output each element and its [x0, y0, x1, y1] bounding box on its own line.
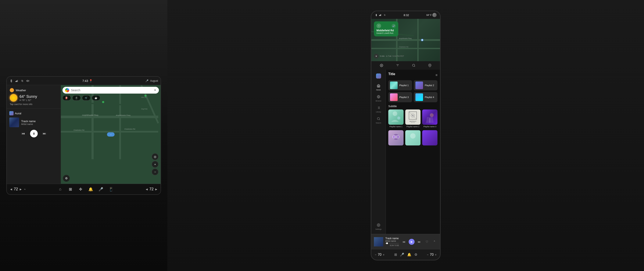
shopping-button[interactable]: 🛒: [82, 95, 90, 101]
sidebar-item-search[interactable]: Search: [371, 115, 386, 126]
home-nav-button[interactable]: ⌂: [57, 186, 63, 192]
now-playing-info: Track name Artist name: [9, 117, 58, 127]
weather-card[interactable]: Weather 64° Sunny H 78° L 52° Tap card f…: [7, 85, 61, 109]
np-next-button[interactable]: ⏭: [416, 239, 422, 245]
album-art-inner: [9, 117, 19, 127]
home-sidebar-label: Home: [376, 89, 381, 91]
now-playing-bar: Track name Artist name 0:24 / 3:32 ⏮ ▶ ⏭…: [371, 234, 440, 249]
phone-temp-val-right: 70: [430, 253, 434, 257]
playlist-card-5[interactable]: [405, 130, 420, 145]
np-track-name: Track name: [385, 237, 399, 240]
temp-up-right-button[interactable]: ▶: [155, 188, 157, 191]
phone-status-icons: [375, 13, 386, 16]
phone-temp-down-right[interactable]: −: [427, 253, 428, 257]
svg-point-30: [384, 14, 385, 15]
search-categories: ⛽ 🍴 🛒 ☕: [62, 95, 159, 101]
pause-button[interactable]: ⏸: [30, 130, 38, 137]
phone-temp-up-right[interactable]: +: [435, 253, 436, 257]
svg-point-69: [412, 115, 414, 117]
playlist-3-thumb: [390, 93, 398, 101]
zoom-in-button[interactable]: +: [152, 161, 158, 168]
nav-settings-icon[interactable]: [378, 62, 384, 68]
nav-close-button[interactable]: ✕: [374, 54, 378, 58]
gas-station-button[interactable]: ⛽: [62, 95, 71, 101]
search-input-row[interactable]: Search ▼: [62, 87, 159, 94]
direction-arrow-icon: ↑: [376, 23, 381, 28]
app-sidebar: Home Browse: [371, 70, 386, 234]
np-play-button[interactable]: ▶: [409, 239, 414, 245]
np-prev-button[interactable]: ⏮: [401, 239, 407, 245]
music-app-header: Aural: [9, 111, 58, 115]
np-album-art: [374, 237, 383, 247]
phone-apps-icon[interactable]: ⊞: [394, 253, 397, 257]
notifications-nav-button[interactable]: 🔔: [88, 186, 94, 192]
playlist-cards-row1: Playlist name 1: [388, 109, 438, 128]
temp-down-right-button[interactable]: ◀: [146, 188, 148, 191]
home-sidebar-icon: [377, 84, 380, 88]
svg-rect-0: [16, 81, 16, 82]
phone-settings-icon[interactable]: ⚙: [414, 253, 417, 257]
nav-location-icon[interactable]: [427, 62, 433, 68]
svg-line-16: [61, 102, 158, 106]
brightness-icon: [20, 79, 24, 83]
playlist-card-6[interactable]: [422, 130, 438, 145]
nav-audio-icon: 🔊: [392, 24, 396, 28]
map-area[interactable]: Amphitheatre Pkwy Amphitheatre Pkwy Char…: [61, 85, 160, 184]
sidebar-item-library[interactable]: Library: [371, 104, 386, 115]
prev-button[interactable]: ⏮: [20, 130, 27, 137]
map-settings-button[interactable]: ⚙: [63, 175, 70, 182]
playlist-4-name: Playlist 4: [425, 96, 434, 98]
svg-point-45: [422, 39, 423, 41]
phone-temp-up-left[interactable]: +: [383, 253, 384, 257]
left-sidebar: Weather 64° Sunny H 78° L 52° Tap card f…: [7, 85, 61, 184]
next-button[interactable]: ⏭: [41, 130, 48, 137]
status-right: 🎤 August: [145, 79, 158, 82]
svg-point-65: [397, 116, 400, 119]
np-album-inner: [374, 237, 383, 247]
playlist-card-4[interactable]: [388, 130, 404, 145]
temp-down-left-button[interactable]: ◀: [10, 188, 12, 191]
phone-mic-icon[interactable]: 🎤: [400, 253, 404, 257]
apps-nav-button[interactable]: ⊞: [67, 186, 73, 192]
playlist-card-1[interactable]: Playlist name 1: [388, 109, 404, 128]
playlist-options-icon[interactable]: ≡: [436, 73, 438, 77]
playlist-card-3-name: Playlist name 3: [422, 126, 438, 128]
phone-nav-button[interactable]: 📱: [108, 186, 114, 192]
svg-text:Amphitheatre Pkwy: Amphitheatre Pkwy: [116, 114, 130, 116]
np-heart-button[interactable]: ♡: [424, 239, 430, 245]
nav-filter-icon[interactable]: [395, 62, 400, 68]
playlist-item-3[interactable]: Playlist 3: [388, 92, 412, 102]
playlist-item-2[interactable]: Playlist 2: [414, 80, 438, 90]
sidebar-item-settings[interactable]: Settings: [371, 222, 386, 232]
playlist-cards-row2: [388, 130, 438, 145]
phone-signal-icon: [379, 13, 382, 16]
playlist-card-2[interactable]: ABSTRACT DESIGN Playlist name 2: [405, 109, 420, 128]
svg-point-25: [102, 101, 104, 103]
cafe-button[interactable]: ☕: [92, 95, 100, 101]
left-panel: 7:43 📍 🎤 August Weather: [0, 0, 167, 271]
zoom-out-button[interactable]: −: [152, 169, 158, 175]
recenter-button[interactable]: ◎: [152, 153, 158, 160]
playlist-item-1[interactable]: Playlist 1: [388, 80, 412, 90]
phone-temp-down-left[interactable]: −: [375, 253, 376, 257]
playlist-card-3[interactable]: Playlist name 3: [422, 109, 438, 128]
track-name: Track name: [21, 120, 58, 123]
nav-search-icon[interactable]: [411, 62, 417, 68]
fan-nav-button[interactable]: ✤: [78, 186, 84, 192]
phone-bell-icon[interactable]: 🔔: [407, 253, 412, 257]
mic-nav-button[interactable]: 🎤: [98, 186, 104, 192]
playlist-item-4[interactable]: Playlist 4: [414, 92, 438, 102]
library-sidebar-icon: [377, 106, 380, 110]
np-progress-bar[interactable]: [385, 243, 399, 244]
temp-control-right: ◀ 72 ▶: [146, 187, 157, 191]
library-sidebar-label: Library: [376, 111, 381, 113]
svg-rect-27: [380, 15, 380, 16]
np-expand-button[interactable]: ⌃: [432, 239, 438, 245]
section-subtitle: Subtitle: [388, 105, 438, 108]
aural-sidebar-logo: [371, 72, 386, 80]
restaurant-button[interactable]: 🍴: [72, 95, 81, 101]
sidebar-item-browse[interactable]: Browse: [371, 93, 386, 104]
temp-up-left-button[interactable]: ▶: [20, 188, 22, 191]
settings-sidebar-label: Settings: [376, 228, 382, 230]
sidebar-item-home[interactable]: Home: [371, 82, 386, 92]
